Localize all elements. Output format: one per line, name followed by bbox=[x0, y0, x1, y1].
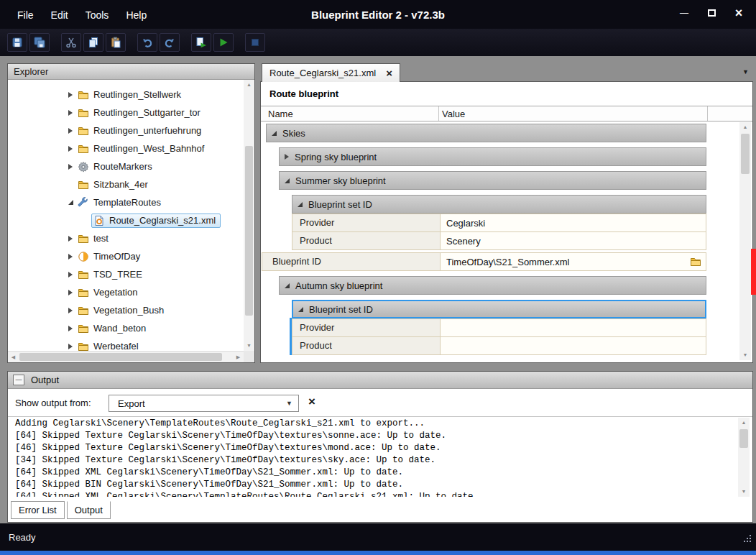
scroll-down-icon[interactable]: ▼ bbox=[244, 341, 254, 351]
column-header-name[interactable]: Name bbox=[268, 109, 293, 119]
clear-output-button[interactable]: × bbox=[308, 395, 315, 409]
expander-collapsed-icon[interactable] bbox=[65, 236, 75, 242]
expander-collapsed-icon[interactable] bbox=[65, 344, 75, 349]
collapse-output-button[interactable]: — bbox=[13, 375, 24, 385]
expander-collapsed-icon[interactable] bbox=[65, 110, 75, 116]
expanded-expander-icon[interactable] bbox=[298, 307, 303, 312]
expander-collapsed-icon[interactable] bbox=[65, 92, 75, 98]
expander-expanded-icon[interactable] bbox=[65, 200, 75, 205]
tree-item-templateroutes[interactable]: TemplateRoutes bbox=[8, 193, 244, 211]
expanded-expander-icon[interactable] bbox=[285, 178, 290, 183]
grid-category-skies[interactable]: Skies bbox=[266, 124, 706, 142]
editor-vertical-scrollbar[interactable]: ▲ ▼ bbox=[739, 122, 751, 360]
save-button[interactable] bbox=[7, 33, 27, 52]
tree-item-reutlingen-unterfuehrung[interactable]: Reutlingen_unterfuehrung bbox=[8, 121, 244, 139]
tree-item-reutlingen-west-bahnhof[interactable]: Reutlingen_West_Bahnhof bbox=[8, 139, 244, 157]
tree-item-route-ceglarski-s21-xml[interactable]: Route_Ceglarski_s21.xml bbox=[8, 211, 244, 229]
tree-item-werbetafel[interactable]: Werbetafel bbox=[8, 337, 244, 351]
grid-category-blueprint-set-id[interactable]: Blueprint set ID bbox=[292, 300, 706, 318]
tree-item-timeofday[interactable]: TimeOfDay bbox=[8, 247, 244, 265]
property-value[interactable]: TimeOfDay\S21_Sommer.xml bbox=[440, 252, 706, 271]
column-separator[interactable] bbox=[707, 106, 708, 121]
close-button[interactable]: × bbox=[729, 6, 749, 20]
scrollbar-thumb[interactable] bbox=[739, 429, 748, 448]
grid-category-summer-sky-blueprint[interactable]: Summer sky blueprint bbox=[279, 171, 706, 190]
expanded-expander-icon[interactable] bbox=[285, 283, 290, 288]
grid-category-blueprint-set-id[interactable]: Blueprint set ID bbox=[292, 195, 706, 214]
tree-item-routemarkers[interactable]: RouteMarkers bbox=[8, 157, 244, 175]
expander-collapsed-icon[interactable] bbox=[65, 128, 75, 134]
tree-item-reutlingen-suttgarter-tor[interactable]: Reutlingen_Suttgarter_tor bbox=[8, 104, 244, 121]
cut-button[interactable] bbox=[61, 33, 81, 52]
expander-collapsed-icon[interactable] bbox=[65, 272, 75, 278]
expander-collapsed-icon[interactable] bbox=[65, 146, 75, 152]
tab-route-ceglarski-s21[interactable]: Route_Ceglarski_s21.xml × bbox=[262, 63, 400, 82]
tree-item-reutlingen-stellwerk[interactable]: Reutlingen_Stellwerk bbox=[8, 86, 244, 104]
output-source-value: Export bbox=[118, 398, 145, 409]
tree-item-sitzbank-4er[interactable]: Sitzbank_4er bbox=[8, 175, 244, 193]
tree-item-vegetation-bush[interactable]: Vegetation_Bush bbox=[8, 301, 244, 319]
scroll-right-icon[interactable]: ▶ bbox=[233, 352, 244, 362]
menu-help[interactable]: Help bbox=[119, 8, 154, 22]
grid-category-spring-sky-blueprint[interactable]: Spring sky blueprint bbox=[279, 147, 706, 166]
run-export-button[interactable] bbox=[213, 33, 234, 52]
export-button[interactable] bbox=[191, 33, 211, 52]
undo-button[interactable] bbox=[137, 33, 157, 52]
stop-button[interactable] bbox=[245, 33, 265, 52]
expanded-expander-icon[interactable] bbox=[298, 202, 303, 207]
menu-file[interactable]: File bbox=[10, 8, 41, 22]
close-tab-icon[interactable]: × bbox=[386, 69, 392, 78]
minimize-button[interactable]: — bbox=[674, 6, 694, 20]
tree-item-wand-beton[interactable]: Wand_beton bbox=[8, 319, 244, 337]
expander-collapsed-icon[interactable] bbox=[65, 326, 75, 331]
expander-collapsed-icon[interactable] bbox=[65, 254, 75, 260]
grid-category-autumn-sky-blueprint[interactable]: Autumn sky blueprint bbox=[279, 276, 706, 295]
explorer-vertical-scrollbar[interactable]: ▲ ▼ bbox=[244, 80, 254, 351]
property-grid-header: Name Value bbox=[261, 106, 752, 121]
expanded-expander-icon[interactable] bbox=[272, 131, 277, 136]
scroll-up-icon[interactable]: ▲ bbox=[738, 418, 750, 428]
output-source-select[interactable]: Export ▼ bbox=[109, 395, 299, 412]
tab-list-dropdown-icon[interactable]: ▼ bbox=[742, 68, 749, 75]
save-icon bbox=[11, 37, 23, 48]
tab-output[interactable]: Output bbox=[67, 501, 111, 519]
resize-grip-icon[interactable] bbox=[750, 541, 751, 542]
property-value[interactable]: Ceglarski bbox=[440, 214, 706, 232]
paste-button[interactable] bbox=[106, 33, 126, 52]
expander-collapsed-icon[interactable] bbox=[65, 290, 75, 295]
collapsed-expander-icon[interactable] bbox=[285, 154, 289, 160]
scroll-left-icon[interactable]: ◀ bbox=[8, 352, 19, 362]
property-name: Product bbox=[292, 231, 440, 250]
scroll-up-icon[interactable]: ▲ bbox=[244, 80, 254, 90]
column-header-value[interactable]: Value bbox=[442, 109, 465, 119]
expander-collapsed-icon[interactable] bbox=[65, 308, 75, 313]
scroll-down-icon[interactable]: ▼ bbox=[739, 350, 751, 360]
scrollbar-thumb[interactable] bbox=[741, 134, 750, 174]
tab-error-list[interactable]: Error List bbox=[11, 501, 65, 519]
property-value[interactable] bbox=[440, 336, 706, 355]
menu-tools[interactable]: Tools bbox=[78, 8, 116, 22]
scroll-down-icon[interactable]: ▼ bbox=[738, 487, 750, 497]
output-vertical-scrollbar[interactable]: ▲ ▼ bbox=[738, 418, 750, 497]
copy-button[interactable] bbox=[83, 33, 103, 52]
tree-item-label: Reutlingen_unterfuehrung bbox=[93, 125, 201, 136]
menu-edit[interactable]: Edit bbox=[44, 8, 75, 22]
tree-item-test[interactable]: test bbox=[8, 229, 244, 247]
expander-collapsed-icon[interactable] bbox=[65, 164, 75, 170]
column-separator[interactable] bbox=[438, 106, 439, 121]
tree-item-vegetation[interactable]: Vegetation bbox=[8, 283, 244, 301]
maximize-button[interactable] bbox=[701, 6, 722, 20]
tree-item-tsd-tree[interactable]: TSD_TREE bbox=[8, 265, 244, 283]
property-value[interactable]: Scenery bbox=[440, 231, 706, 250]
scrollbar-thumb[interactable] bbox=[19, 353, 222, 361]
tree-item-label: TimeOfDay bbox=[93, 251, 140, 262]
scroll-up-icon[interactable]: ▲ bbox=[739, 122, 751, 132]
toolbar-group bbox=[191, 33, 234, 52]
scrollbar-thumb[interactable] bbox=[245, 146, 253, 316]
explorer-horizontal-scrollbar[interactable]: ◀ ▶ bbox=[8, 351, 244, 362]
folder-icon bbox=[78, 89, 90, 101]
property-value[interactable] bbox=[440, 318, 706, 337]
save-all-button[interactable] bbox=[29, 33, 50, 52]
browse-folder-icon[interactable] bbox=[690, 256, 701, 267]
redo-button[interactable] bbox=[160, 33, 180, 52]
